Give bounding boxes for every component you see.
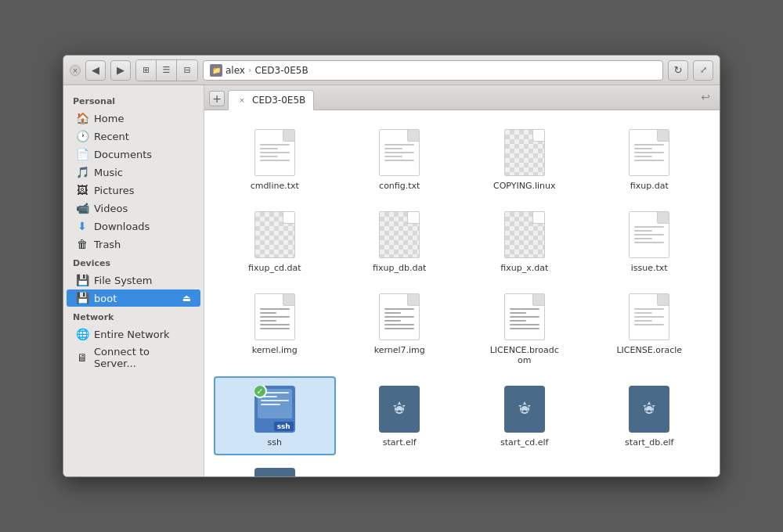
file-manager-window: × ◀ ▶ ⊞ ☰ ⊟ 📁 alex › CED3-0E5B ↻ ⤢ Perso… [63, 55, 720, 477]
file-name-config: config.txt [379, 181, 420, 191]
titlebar: × ◀ ▶ ⊞ ☰ ⊟ 📁 alex › CED3-0E5B ↻ ⤢ [63, 56, 720, 85]
file-name-fixup-cd: fixup_cd.dat [248, 263, 301, 273]
network-section-label: Network [63, 307, 204, 325]
sidebar-item-recent-label: Recent [94, 131, 129, 142]
sidebar-item-documents-label: Documents [94, 149, 152, 160]
pictures-icon: 🖼 [76, 184, 88, 196]
file-name-ssh: ssh [268, 437, 282, 448]
grid-view-button[interactable]: ⊞ [136, 60, 157, 81]
sidebar-item-trash-label: Trash [94, 239, 121, 250]
file-name-start-db-elf: start_db.elf [625, 437, 673, 448]
entire-network-icon: 🌐 [76, 328, 88, 340]
trash-icon: 🗑 [76, 238, 88, 250]
sidebar-item-connect-server[interactable]: 🖥 Connect to Server... [67, 343, 200, 372]
eject-icon[interactable]: ⏏ [182, 293, 191, 304]
file-name-start-elf: start.elf [383, 437, 417, 448]
file-name-licence-broadcom: LICENCE.broadcom [489, 345, 560, 365]
file-icon-kernel [250, 292, 300, 342]
file-item-fixup-x[interactable]: fixup_x.dat [464, 202, 586, 281]
sidebar-item-videos[interactable]: 📹 Videos [67, 200, 200, 217]
file-name-cmdline: cmdline.txt [251, 181, 299, 191]
sidebar-item-entire-network-label: Entire Network [94, 329, 170, 340]
file-item-cmdline[interactable]: cmdline.txt [214, 120, 336, 199]
sidebar-item-recent[interactable]: 🕐 Recent [67, 128, 200, 145]
file-item-fixup-cd[interactable]: fixup_cd.dat [214, 202, 336, 281]
file-name-fixup-x: fixup_x.dat [500, 263, 548, 273]
file-icon-fixup-x [500, 210, 550, 260]
forward-button[interactable]: ▶ [110, 60, 131, 81]
file-item-start-elf[interactable]: start.elf [339, 376, 461, 455]
file-icon-ssh: ssh ✓ [250, 384, 300, 434]
file-item-license-oracle[interactable]: LICENSE.oracle [589, 284, 711, 373]
compact-view-button[interactable]: ⊟ [177, 60, 197, 81]
address-bar[interactable]: 📁 alex › CED3-0E5B [203, 60, 663, 81]
downloads-icon: ⬇ [76, 220, 88, 232]
sidebar-item-home[interactable]: 🏠 Home [67, 110, 200, 127]
sidebar-item-videos-label: Videos [94, 203, 128, 214]
file-icon-fixup-cd [250, 210, 300, 260]
personal-section-label: Personal [63, 92, 204, 109]
file-item-start-cd-elf[interactable]: start_cd.elf [464, 376, 586, 455]
file-icon-start-x-elf [250, 466, 300, 476]
content-area: Personal 🏠 Home 🕐 Recent 📄 Documents 🎵 M… [63, 85, 720, 476]
file-name-copying: COPYING.linux [493, 181, 556, 191]
sidebar-item-documents[interactable]: 📄 Documents [67, 146, 200, 163]
expand-button[interactable]: ⤢ [693, 60, 713, 81]
sidebar-item-downloads-label: Downloads [94, 221, 150, 232]
file-icon-license-oracle [624, 292, 674, 342]
file-item-copying[interactable]: COPYING.linux [464, 120, 586, 199]
file-item-config[interactable]: config.txt [339, 120, 461, 199]
file-item-issue[interactable]: issue.txt [589, 202, 711, 281]
file-grid: cmdline.txt [204, 110, 720, 476]
view-mode-buttons: ⊞ ☰ ⊟ [135, 59, 198, 81]
list-view-button[interactable]: ☰ [157, 60, 177, 81]
sidebar-item-pictures[interactable]: 🖼 Pictures [67, 182, 200, 199]
file-item-kernel7[interactable]: kernel7.img [339, 284, 461, 373]
back-button[interactable]: ◀ [85, 60, 106, 81]
sidebar-item-filesystem[interactable]: 💾 File System [67, 271, 200, 289]
main-panel: + × CED3-0E5B ↩ [204, 85, 720, 476]
breadcrumb-folder: CED3-0E5B [254, 65, 308, 76]
sidebar-item-pictures-label: Pictures [94, 185, 134, 196]
sidebar-item-boot-label: boot [94, 293, 117, 304]
tab-close-icon[interactable]: × [236, 95, 247, 106]
add-tab-button[interactable]: + [209, 91, 225, 106]
sidebar-item-trash[interactable]: 🗑 Trash [67, 235, 200, 253]
file-name-fixup-db: fixup_db.dat [373, 263, 426, 273]
reload-button[interactable]: ↻ [668, 60, 688, 81]
documents-icon: 📄 [76, 148, 88, 160]
file-item-start-x-elf[interactable]: start_x.elf [214, 458, 336, 476]
connect-server-icon: 🖥 [76, 351, 88, 364]
sidebar-item-filesystem-label: File System [94, 275, 152, 286]
file-name-start-cd-elf: start_cd.elf [500, 437, 548, 448]
file-item-fixup[interactable]: fixup.dat [589, 120, 711, 199]
recent-icon: 🕐 [76, 130, 88, 142]
devices-section-label: Devices [63, 253, 204, 271]
sidebar-item-connect-server-label: Connect to Server... [94, 346, 191, 369]
filesystem-icon: 💾 [76, 274, 88, 286]
file-icon-fixup-db [374, 210, 424, 260]
sidebar-item-downloads[interactable]: ⬇ Downloads [67, 217, 200, 235]
file-item-ssh[interactable]: ssh ✓ ssh [214, 376, 336, 455]
file-item-start-db-elf[interactable]: start_db.elf [589, 376, 711, 455]
address-icon: 📁 [210, 64, 222, 77]
tab-history-back[interactable]: ↩ [696, 88, 715, 106]
music-icon: 🎵 [76, 166, 88, 178]
file-name-kernel: kernel.img [252, 345, 298, 355]
sidebar-item-music[interactable]: 🎵 Music [67, 164, 200, 181]
file-name-license-oracle: LICENSE.oracle [616, 345, 682, 355]
tab-ced3[interactable]: × CED3-0E5B [228, 90, 314, 110]
file-item-fixup-db[interactable]: fixup_db.dat [339, 202, 461, 281]
file-icon-start-cd-elf [500, 384, 550, 434]
home-icon: 🏠 [76, 112, 88, 124]
sidebar-item-boot[interactable]: 💾 boot ⏏ [67, 289, 200, 307]
sidebar-item-music-label: Music [94, 167, 123, 178]
file-icon-config [374, 128, 424, 178]
file-item-kernel[interactable]: kernel.img [214, 284, 336, 373]
file-icon-start-elf [374, 384, 424, 434]
sidebar-item-entire-network[interactable]: 🌐 Entire Network [67, 325, 200, 343]
close-button[interactable]: × [70, 65, 81, 76]
file-icon-cmdline [250, 128, 300, 178]
file-item-licence-broadcom[interactable]: LICENCE.broadcom [464, 284, 586, 373]
tab-label: CED3-0E5B [252, 95, 305, 106]
